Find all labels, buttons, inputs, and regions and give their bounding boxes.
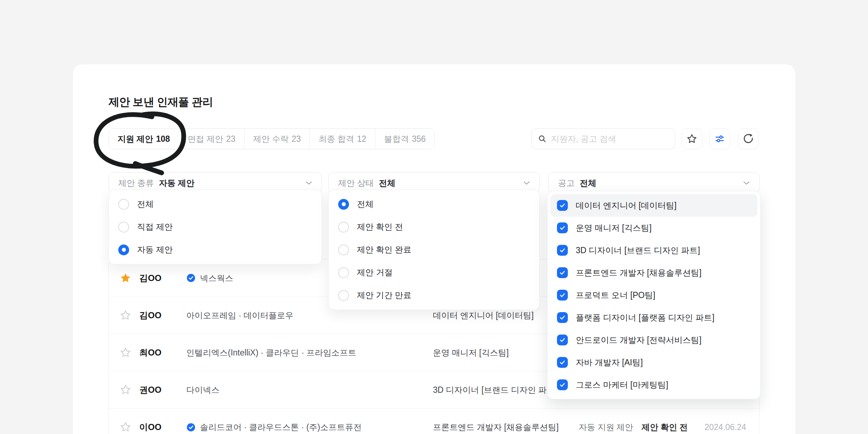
radio-selected-icon: [118, 244, 129, 255]
tab-count: 23: [292, 134, 301, 144]
menu-option[interactable]: 자바 개발자 [AI팀]: [550, 351, 757, 374]
candidate-name: 이OO: [139, 421, 161, 433]
proposal-status-menu: 전체 제안 확인 전 제안 확인 완료 제안 거절 제안 기간 만료: [328, 190, 540, 310]
candidate-companies: 아이오프레임 · 데이터플로우: [186, 310, 293, 321]
search-box: [531, 128, 675, 149]
chevron-down-icon: [523, 181, 530, 185]
verified-badge-icon: [186, 422, 196, 432]
status-tab-group: 지원 제안108 면접 제안23 제안 수락23 최종 합격12 불합격356: [109, 128, 435, 149]
menu-option[interactable]: 제안 거절: [329, 261, 539, 284]
tab-applied-proposals[interactable]: 지원 제안108: [109, 129, 179, 149]
tab-rejected[interactable]: 불합격356: [375, 129, 434, 149]
checkbox-checked-icon: [557, 267, 568, 278]
menu-option[interactable]: 플랫폼 디자이너 [플랫폼 디자인 파트]: [550, 306, 757, 329]
sliders-icon: [714, 133, 725, 144]
radio-icon: [338, 290, 349, 301]
select-value: 전체: [379, 178, 395, 189]
candidate-position: 데이터 엔지니어 [데이터팀]: [433, 310, 534, 321]
checkbox-checked-icon: [557, 335, 568, 345]
menu-option[interactable]: 데이터 엔지니어 [데이터팀]: [550, 194, 757, 217]
job-posting-select[interactable]: 공고 전체: [548, 172, 760, 194]
proposal-date: 2024.06.24: [705, 422, 746, 432]
candidate-companies: 솔리드코어 · 클라우드스톤 · (주)소프트퓨전: [186, 422, 362, 433]
table-row[interactable]: 이OO 솔리드코어 · 클라우드스톤 · (주)소프트퓨전 프론트엔드 개발자 …: [109, 408, 759, 434]
menu-option[interactable]: 자동 제안: [109, 238, 322, 261]
tab-count: 356: [412, 134, 426, 144]
candidate-name: 김OO: [139, 272, 161, 284]
candidate-position: 3D 디자이너 [브랜드 디자인 파트]: [433, 384, 557, 396]
tab-final-pass[interactable]: 최종 합격12: [310, 129, 375, 149]
refresh-icon: [743, 133, 754, 144]
radio-icon: [338, 267, 349, 278]
proposal-type: 자동 지원 제안: [579, 422, 633, 433]
verified-badge-icon: [186, 273, 196, 283]
menu-option[interactable]: 안드로이드 개발자 [전략서비스팀]: [550, 329, 757, 351]
checkbox-checked-icon: [557, 290, 568, 301]
radio-icon: [118, 222, 129, 233]
job-posting-menu: 데이터 엔지니어 [데이터팀] 운영 매니저 [긱스팀] 3D 디자이너 [브랜…: [547, 191, 761, 399]
select-value: 전체: [580, 178, 596, 189]
menu-option[interactable]: 제안 확인 전: [329, 216, 539, 238]
tab-count: 23: [226, 134, 235, 144]
tab-count: 108: [156, 134, 170, 144]
radio-icon: [118, 199, 129, 210]
star-icon: [686, 133, 697, 144]
tab-accepted-proposals[interactable]: 제안 수락23: [244, 129, 310, 149]
candidate-name: 권OO: [139, 384, 161, 396]
proposal-status: 제안 확인 전: [642, 422, 688, 433]
candidate-companies: 넥스웍스: [186, 272, 233, 284]
refresh-button[interactable]: [738, 128, 759, 149]
candidate-companies: 다이넥스: [186, 384, 220, 396]
tab-count: 12: [357, 134, 366, 144]
menu-option[interactable]: 그로스 마케터 [마케팅팀]: [550, 374, 757, 396]
advanced-filter-button[interactable]: [709, 128, 730, 149]
checkbox-checked-icon: [557, 222, 568, 233]
tab-interview-proposals[interactable]: 면접 제안23: [179, 129, 244, 149]
search-icon: [538, 134, 546, 144]
menu-option[interactable]: 3D 디자이너 [브랜드 디자인 파트]: [550, 239, 757, 261]
menu-option[interactable]: 전체: [109, 193, 322, 216]
menu-option[interactable]: 전체: [329, 193, 539, 216]
menu-option[interactable]: 운영 매니저 [긱스팀]: [550, 217, 757, 239]
page-title: 제안 보낸 인재풀 관리: [109, 95, 213, 110]
checkbox-checked-icon: [557, 357, 568, 368]
favorite-star-outline-icon[interactable]: [120, 384, 131, 396]
chevron-down-icon: [743, 181, 750, 185]
select-label: 제안 상태: [338, 178, 374, 189]
candidate-position: 운영 매니저 [긱스팀]: [433, 347, 509, 358]
candidate-companies: 인텔리엑스(IntelliX) · 클라우딘 · 프라임소프트: [186, 347, 356, 358]
radio-selected-icon: [338, 199, 349, 210]
menu-option[interactable]: 직접 제안: [109, 216, 322, 238]
checkbox-checked-icon: [557, 245, 568, 256]
candidate-position: 프론트엔드 개발자 [채용솔루션팀]: [433, 422, 559, 433]
search-input[interactable]: [551, 134, 668, 144]
checkbox-checked-icon: [557, 379, 568, 390]
favorite-star-outline-icon[interactable]: [120, 421, 131, 433]
menu-option[interactable]: 프론트엔드 개발자 [채용솔루션팀]: [550, 261, 757, 284]
candidate-name: 최OO: [139, 347, 161, 358]
menu-option[interactable]: 제안 기간 만료: [329, 284, 539, 307]
radio-icon: [338, 244, 349, 255]
radio-icon: [338, 222, 349, 233]
select-label: 제안 종류: [118, 178, 154, 189]
favorite-star-outline-icon[interactable]: [120, 310, 131, 321]
favorite-star-filled-icon[interactable]: [120, 272, 131, 284]
chevron-down-icon: [306, 181, 312, 185]
menu-option[interactable]: 제안 확인 완료: [329, 238, 539, 261]
select-label: 공고: [558, 178, 575, 189]
checkbox-checked-icon: [557, 312, 568, 323]
favorite-star-outline-icon[interactable]: [120, 347, 131, 358]
menu-option[interactable]: 프로덕트 오너 [PO팀]: [550, 284, 757, 306]
checkbox-checked-icon: [557, 200, 568, 211]
proposal-type-menu: 전체 직접 제안 자동 제안: [109, 190, 322, 264]
select-value: 자동 제안: [159, 178, 194, 189]
candidate-name: 김OO: [139, 310, 161, 321]
favorite-filter-button[interactable]: [681, 128, 702, 149]
